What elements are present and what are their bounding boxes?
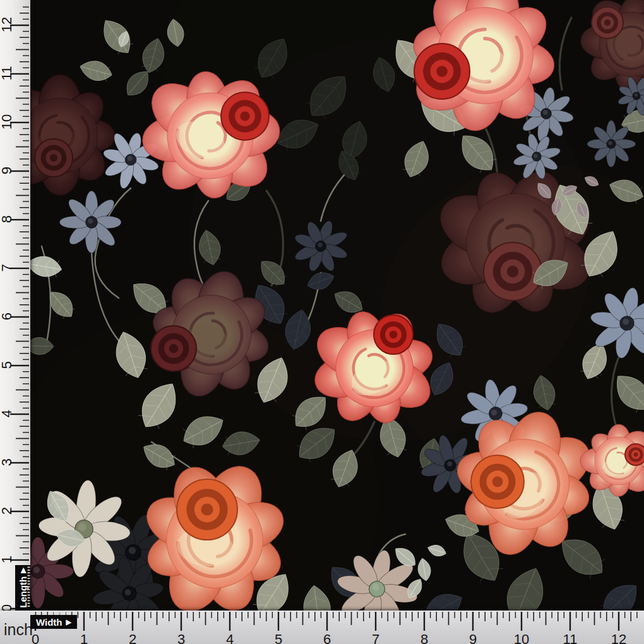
ruler-number: 1 [71, 631, 97, 644]
length-label-text: Length [18, 576, 28, 608]
ruler-number: 6 [1, 312, 13, 321]
ruler-number: 9 [1, 166, 13, 175]
length-label: Length ▶ [15, 565, 30, 611]
ruler-number: 4 [217, 631, 242, 644]
ruler-number: 11 [558, 631, 583, 644]
ruler-number: 8 [1, 215, 13, 224]
ruler-number: 2 [1, 506, 13, 515]
ruler-number: 9 [460, 631, 486, 644]
vertical-ruler-ticks [0, 0, 30, 611]
ruler-number: 3 [1, 458, 13, 467]
rose-bud [625, 444, 644, 465]
ruler-number: 5 [1, 361, 13, 369]
vertical-ruler: 0123456789101112 Length ▶ [0, 0, 30, 611]
ruler-number: 1 [1, 555, 13, 564]
width-label-text: Width [36, 617, 63, 628]
ruler-number: 8 [412, 631, 437, 644]
ruler-number: 5 [266, 631, 291, 644]
rose-bud [484, 242, 542, 301]
fabric-print [0, 0, 644, 644]
unit-label: inch [4, 621, 33, 639]
rose-bud [374, 315, 413, 354]
ruler-number: 3 [169, 631, 194, 644]
ruler-number: 4 [1, 409, 13, 418]
ruler-number: 7 [363, 631, 388, 644]
horizontal-ruler: 0123456789101112 inch Width ▶ [0, 611, 644, 644]
up-arrow-icon: ▶ [20, 568, 27, 573]
rose-bud [592, 7, 623, 39]
rose-bud [471, 455, 524, 508]
fabric-swatch-mockup: 0123456789101112 Length ▶ 01234567891011… [0, 0, 644, 644]
rose-bud [414, 44, 470, 99]
ruler-number: 2 [120, 631, 145, 644]
ruler-number: 11 [1, 64, 13, 83]
width-label: Width ▶ [30, 615, 77, 629]
ruler-number: 10 [1, 112, 13, 131]
right-arrow-icon: ▶ [66, 619, 71, 626]
ruler-number: 10 [509, 631, 534, 644]
rose-bud [151, 326, 196, 371]
ruler-number: 12 [1, 15, 13, 34]
ruler-number: 6 [314, 631, 340, 644]
rose-bud [221, 92, 269, 140]
ruler-number: 7 [1, 263, 13, 272]
rose-bud [177, 479, 237, 540]
ruler-number: 12 [606, 631, 631, 644]
rose-bud [35, 139, 73, 177]
